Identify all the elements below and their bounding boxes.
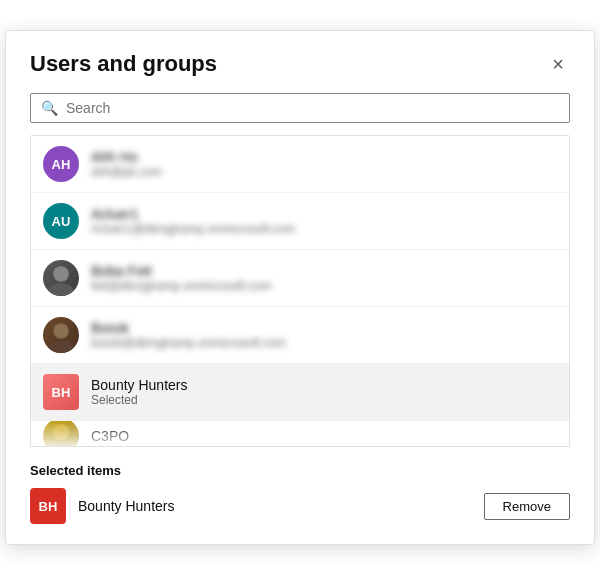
item-status: Selected <box>91 393 557 407</box>
svg-point-4 <box>48 340 74 353</box>
item-name: Boba Fett <box>91 263 557 279</box>
selected-item-avatar: BH <box>30 488 66 524</box>
list-item-selected[interactable]: BH Bounty Hunters Selected <box>31 364 569 421</box>
item-email: ahh@pk.com <box>91 165 557 179</box>
item-name: Bounty Hunters <box>91 377 557 393</box>
selected-item-name: Bounty Hunters <box>78 498 472 514</box>
list-item[interactable]: AU Acluer1 Acluer1@dkmgtramp.onmicrosoft… <box>31 193 569 250</box>
dialog-header: Users and groups × <box>30 51 570 77</box>
item-info: Ahh Ho ahh@pk.com <box>91 149 557 179</box>
item-info: C3PO <box>91 428 557 444</box>
svg-point-7 <box>48 441 74 446</box>
avatar <box>43 317 79 353</box>
svg-point-2 <box>54 267 68 281</box>
item-name: C3PO <box>91 428 557 444</box>
list-scroll[interactable]: AH Ahh Ho ahh@pk.com AU Acluer1 Acluer1@… <box>31 136 569 446</box>
dialog: Users and groups × 🔍 AH Ahh Ho ahh@pk.co… <box>5 30 595 545</box>
close-button[interactable]: × <box>546 52 570 76</box>
item-name: Bossk <box>91 320 557 336</box>
list-item[interactable]: Boba Fett fett@dkmgtramp.onmicrosoft.com <box>31 250 569 307</box>
item-info: Bounty Hunters Selected <box>91 377 557 407</box>
list-item-partial[interactable]: C3PO <box>31 421 569 446</box>
item-name: Ahh Ho <box>91 149 557 165</box>
avatar: AU <box>43 203 79 239</box>
avatar <box>43 421 79 446</box>
selected-section-title: Selected items <box>30 463 570 478</box>
avatar: AH <box>43 146 79 182</box>
avatar <box>43 260 79 296</box>
remove-button[interactable]: Remove <box>484 493 570 520</box>
item-info: Bossk bossk@dkmgtramp.onmicrosoft.com <box>91 320 557 350</box>
item-info: Boba Fett fett@dkmgtramp.onmicrosoft.com <box>91 263 557 293</box>
item-name: Acluer1 <box>91 206 557 222</box>
item-email: fett@dkmgtramp.onmicrosoft.com <box>91 279 557 293</box>
svg-point-5 <box>54 324 68 338</box>
item-email: Acluer1@dkmgtramp.onmicrosoft.com <box>91 222 557 236</box>
item-email: bossk@dkmgtramp.onmicrosoft.com <box>91 336 557 350</box>
list-item[interactable]: Bossk bossk@dkmgtramp.onmicrosoft.com <box>31 307 569 364</box>
avatar: BH <box>43 374 79 410</box>
dialog-title: Users and groups <box>30 51 217 77</box>
search-input[interactable] <box>66 100 559 116</box>
svg-point-1 <box>48 283 74 296</box>
svg-point-6 <box>53 424 69 440</box>
search-icon: 🔍 <box>41 100 58 116</box>
selected-item-row: BH Bounty Hunters Remove <box>30 488 570 524</box>
item-info: Acluer1 Acluer1@dkmgtramp.onmicrosoft.co… <box>91 206 557 236</box>
search-box: 🔍 <box>30 93 570 123</box>
selected-items-area: Selected items BH Bounty Hunters Remove <box>30 463 570 524</box>
list-container: AH Ahh Ho ahh@pk.com AU Acluer1 Acluer1@… <box>30 135 570 447</box>
list-item[interactable]: AH Ahh Ho ahh@pk.com <box>31 136 569 193</box>
